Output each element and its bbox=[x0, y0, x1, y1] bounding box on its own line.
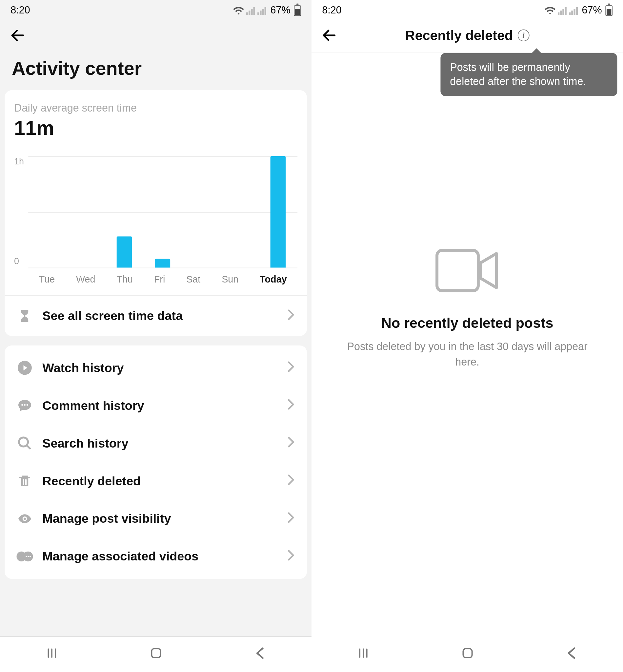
app-bar: Recently deleted i Posts will be permane… bbox=[312, 21, 623, 53]
svg-rect-33 bbox=[562, 9, 564, 15]
status-icons bbox=[233, 6, 267, 16]
status-battery-text: 67% bbox=[582, 5, 602, 17]
recently-deleted-screen: 8:20 67% Recently deleted i Posts will b… bbox=[312, 0, 623, 672]
menu-item-recently-deleted[interactable]: Recently deleted bbox=[14, 462, 297, 500]
svg-rect-40 bbox=[437, 251, 478, 291]
chart-bars bbox=[28, 156, 297, 268]
back-button[interactable] bbox=[9, 27, 26, 44]
menu-item-label: Manage associated videos bbox=[42, 549, 277, 563]
search-icon bbox=[17, 435, 33, 451]
svg-rect-6 bbox=[262, 9, 264, 15]
empty-state: No recently deleted posts Posts deleted … bbox=[312, 53, 623, 637]
svg-rect-4 bbox=[258, 12, 259, 15]
menu-item-search-history[interactable]: Search history bbox=[14, 424, 297, 462]
svg-rect-34 bbox=[565, 7, 566, 15]
back-button[interactable] bbox=[321, 27, 337, 44]
activity-center-screen: 8:20 67% Activity center Daily average s… bbox=[0, 0, 312, 672]
svg-line-15 bbox=[27, 445, 30, 449]
chevron-right-icon bbox=[287, 511, 295, 526]
recent-apps-button[interactable] bbox=[45, 646, 59, 663]
back-nav-button[interactable] bbox=[565, 647, 578, 662]
x-tick: Sun bbox=[221, 274, 238, 284]
svg-rect-3 bbox=[253, 7, 255, 15]
chevron-right-icon bbox=[287, 436, 295, 450]
signal2-icon bbox=[258, 6, 267, 15]
x-tick: Sat bbox=[186, 274, 200, 284]
chart-x-labels: TueWedThuFriSatSunToday bbox=[14, 268, 297, 295]
svg-rect-37 bbox=[573, 9, 575, 15]
chevron-right-icon bbox=[287, 398, 295, 413]
arrow-left-icon bbox=[321, 27, 337, 44]
status-time: 8:20 bbox=[322, 5, 342, 17]
svg-rect-1 bbox=[248, 10, 250, 15]
menu-item-label: Watch history bbox=[42, 361, 277, 375]
recent-apps-button[interactable] bbox=[356, 646, 370, 663]
chart-bar bbox=[155, 258, 171, 268]
x-tick: Today bbox=[260, 274, 287, 284]
screen-time-label: Daily average screen time bbox=[14, 102, 297, 114]
menu-item-comment-history[interactable]: Comment history bbox=[14, 387, 297, 424]
svg-point-12 bbox=[24, 404, 26, 406]
svg-point-25 bbox=[28, 556, 29, 557]
svg-rect-7 bbox=[265, 7, 266, 15]
y-tick: 0 bbox=[14, 256, 28, 266]
trash-icon bbox=[17, 473, 33, 489]
screen-time-chart: 1h 0 bbox=[14, 156, 297, 268]
info-tooltip: Posts will be permanently deleted after … bbox=[440, 53, 617, 96]
page-title: Activity center bbox=[0, 50, 312, 90]
x-tick: Fri bbox=[154, 274, 165, 284]
svg-rect-0 bbox=[246, 12, 248, 15]
video-camera-icon bbox=[435, 249, 500, 295]
chevron-right-icon bbox=[287, 474, 295, 488]
see-all-screen-time-link[interactable]: See all screen time data bbox=[14, 296, 297, 336]
status-bar: 8:20 67% bbox=[312, 0, 623, 21]
menu-item-label: Comment history bbox=[42, 398, 277, 413]
info-icon[interactable]: i bbox=[518, 30, 530, 41]
home-button[interactable] bbox=[461, 645, 476, 663]
svg-point-21 bbox=[24, 517, 26, 520]
wifi-icon bbox=[233, 6, 245, 16]
signal-icon bbox=[558, 6, 567, 15]
y-tick: 1h bbox=[14, 156, 28, 166]
link-vid-icon bbox=[17, 548, 33, 565]
history-menu: Watch historyComment historySearch histo… bbox=[5, 345, 307, 579]
signal-icon bbox=[246, 6, 256, 15]
svg-point-26 bbox=[30, 556, 31, 557]
menu-item-manage-associated-videos[interactable]: Manage associated videos bbox=[14, 537, 297, 575]
eye-icon bbox=[17, 510, 33, 527]
play-icon bbox=[17, 360, 33, 376]
svg-point-13 bbox=[27, 404, 28, 406]
tooltip-text: Posts will be permanently deleted after … bbox=[450, 61, 586, 88]
home-button[interactable] bbox=[149, 645, 164, 663]
chevron-right-icon bbox=[287, 549, 295, 563]
menu-item-watch-history[interactable]: Watch history bbox=[14, 349, 297, 387]
chart-y-axis: 1h 0 bbox=[14, 156, 28, 268]
status-battery-text: 67% bbox=[270, 5, 291, 17]
screen-time-value: 11m bbox=[14, 117, 297, 140]
chevron-right-icon bbox=[287, 309, 295, 323]
status-right: 67% bbox=[544, 5, 613, 17]
page-title: Recently deleted bbox=[405, 28, 513, 44]
battery-icon bbox=[294, 5, 301, 16]
svg-point-11 bbox=[21, 404, 23, 406]
svg-rect-5 bbox=[260, 10, 261, 15]
svg-point-24 bbox=[26, 556, 27, 557]
menu-item-label: Manage post visibility bbox=[42, 511, 277, 526]
svg-marker-41 bbox=[480, 254, 497, 288]
status-time: 8:20 bbox=[10, 5, 30, 17]
svg-rect-17 bbox=[21, 477, 29, 486]
see-all-label: See all screen time data bbox=[42, 309, 277, 323]
comment-icon bbox=[17, 397, 33, 414]
status-bar: 8:20 67% bbox=[0, 0, 312, 21]
title-wrap: Recently deleted i bbox=[337, 28, 597, 44]
menu-item-manage-post-visibility[interactable]: Manage post visibility bbox=[14, 500, 297, 537]
back-nav-button[interactable] bbox=[254, 647, 267, 662]
x-tick: Thu bbox=[116, 274, 133, 284]
x-tick: Wed bbox=[76, 274, 95, 284]
svg-rect-2 bbox=[251, 9, 253, 15]
status-icons bbox=[544, 6, 578, 16]
svg-rect-30 bbox=[152, 649, 161, 657]
menu-item-label: Recently deleted bbox=[42, 474, 277, 488]
svg-rect-36 bbox=[571, 10, 573, 15]
android-nav-bar bbox=[0, 637, 312, 672]
